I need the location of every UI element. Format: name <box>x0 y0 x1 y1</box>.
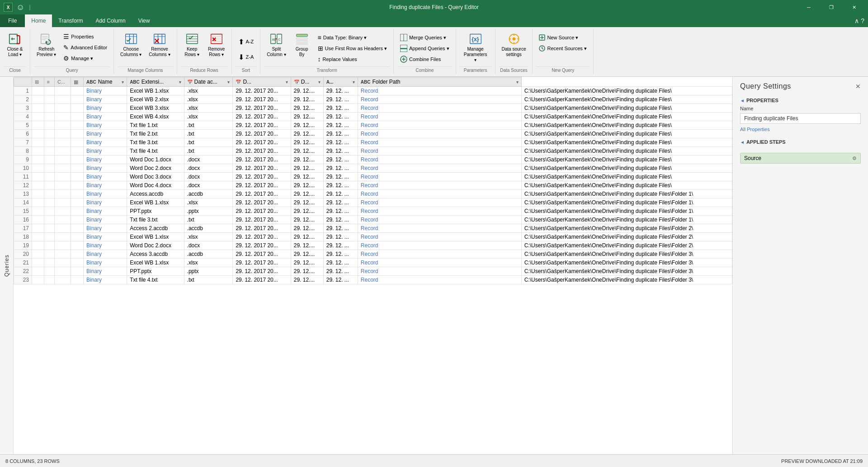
col-d1-dropdown[interactable]: ▾ <box>286 80 288 85</box>
cell-binary[interactable]: Binary <box>84 198 127 207</box>
cell-a[interactable]: Record <box>358 130 521 138</box>
col-header-icon3[interactable]: C... <box>54 77 71 87</box>
cell-binary[interactable]: Binary <box>84 156 127 164</box>
cell-a[interactable]: Record <box>358 181 521 190</box>
new-source-button[interactable]: New Source ▾ <box>536 33 589 42</box>
cell-binary[interactable]: Binary <box>84 241 127 250</box>
cell-binary[interactable]: Binary <box>84 224 127 233</box>
col-header-icon1[interactable]: ⊞ <box>32 77 44 87</box>
cell-a[interactable]: Record <box>358 207 521 216</box>
merge-queries-button[interactable]: Merge Queries ▾ <box>397 33 452 42</box>
manage-parameters-button[interactable]: {x} ManageParameters ▾ <box>460 31 491 65</box>
cell-binary[interactable]: Binary <box>84 121 127 130</box>
manage-button[interactable]: ⚙ Manage ▾ <box>61 53 110 63</box>
col-header-name[interactable]: ABC Name ▾ <box>84 77 127 87</box>
menu-transform[interactable]: Transform <box>52 14 89 27</box>
all-properties-link[interactable]: All Properties <box>740 127 861 132</box>
remove-rows-button[interactable]: RemoveRows ▾ <box>205 31 228 65</box>
col-name-dropdown[interactable]: ▾ <box>122 80 124 85</box>
col-ext-dropdown[interactable]: ▾ <box>179 80 181 85</box>
cell-binary[interactable]: Binary <box>84 190 127 198</box>
col-header-d2[interactable]: 📅 D... ▾ <box>291 77 323 87</box>
cell-binary[interactable]: Binary <box>84 164 127 173</box>
cell-a[interactable]: Record <box>358 224 521 233</box>
name-input[interactable] <box>740 113 861 124</box>
col-header-d1[interactable]: 📅 D... ▾ <box>233 77 291 87</box>
close-button[interactable]: ✕ <box>844 0 864 14</box>
advanced-editor-button[interactable]: ✎ Advanced Editor <box>61 42 110 52</box>
cell-binary[interactable]: Binary <box>84 173 127 181</box>
cell-a[interactable]: Record <box>358 87 521 95</box>
cell-binary[interactable]: Binary <box>84 130 127 138</box>
group-by-button[interactable]: GroupBy <box>291 31 313 65</box>
cell-a[interactable]: Record <box>358 147 521 156</box>
cell-a[interactable]: Record <box>358 156 521 164</box>
cell-binary[interactable]: Binary <box>84 181 127 190</box>
cell-a[interactable]: Record <box>358 241 521 250</box>
properties-button[interactable]: ☰ Properties <box>61 32 110 42</box>
cell-a[interactable]: Record <box>358 164 521 173</box>
step-source[interactable]: Source ⚙ <box>740 153 861 164</box>
data-type-button[interactable]: ≡ Data Type: Binary ▾ <box>315 33 390 42</box>
cell-binary[interactable]: Binary <box>84 104 127 113</box>
choose-columns-button[interactable]: ChooseColumns ▾ <box>118 31 144 65</box>
cell-binary[interactable]: Binary <box>84 113 127 121</box>
ribbon-collapse-button[interactable]: ∧ <box>854 17 859 24</box>
cell-binary[interactable]: Binary <box>84 95 127 104</box>
col-dateacc-dropdown[interactable]: ▾ <box>227 80 230 85</box>
close-load-button[interactable]: Close &Load ▾ <box>4 31 26 65</box>
sort-desc-button[interactable]: ⬇Z-A <box>236 50 257 64</box>
remove-columns-button[interactable]: RemoveColumns ▾ <box>146 31 173 65</box>
append-queries-button[interactable]: Append Queries ▾ <box>397 43 452 53</box>
menu-home[interactable]: Home <box>25 14 52 27</box>
data-source-settings-button[interactable]: Data sourcesettings <box>499 31 529 65</box>
cell-a[interactable]: Record <box>358 267 521 276</box>
cell-a[interactable]: Record <box>358 104 521 113</box>
help-button[interactable]: ? <box>861 17 864 24</box>
minimize-button[interactable]: ─ <box>798 0 819 14</box>
cell-binary[interactable]: Binary <box>84 267 127 276</box>
cell-a[interactable]: Record <box>358 198 521 207</box>
cell-binary[interactable]: Binary <box>84 250 127 259</box>
menu-add-column[interactable]: Add Column <box>90 14 132 27</box>
cell-a[interactable]: Record <box>358 259 521 267</box>
cell-a[interactable]: Record <box>358 216 521 224</box>
cell-binary[interactable]: Binary <box>84 216 127 224</box>
refresh-preview-button[interactable]: RefreshPreview ▾ <box>34 31 59 65</box>
menu-file[interactable]: File <box>0 14 25 27</box>
use-first-row-button[interactable]: ⊞ Use First Row as Headers ▾ <box>315 43 390 53</box>
cell-a[interactable]: Record <box>358 121 521 130</box>
replace-values-button[interactable]: ↕ Replace Values <box>315 54 390 64</box>
menu-view[interactable]: View <box>132 14 156 27</box>
combine-files-button[interactable]: Combine Files <box>397 54 452 64</box>
col-a-dropdown[interactable]: ▾ <box>353 80 355 85</box>
cell-a[interactable]: Record <box>358 233 521 241</box>
step-source-gear[interactable]: ⚙ <box>852 156 857 161</box>
col-header-icon4[interactable]: ▦ <box>71 77 84 87</box>
keep-rows-button[interactable]: KeepRows ▾ <box>181 31 203 65</box>
query-settings-close-button[interactable]: ✕ <box>855 83 861 90</box>
maximize-button[interactable]: ❐ <box>821 0 842 14</box>
cell-a[interactable]: Record <box>358 173 521 181</box>
recent-sources-button[interactable]: Recent Sources ▾ <box>536 43 589 53</box>
cell-binary[interactable]: Binary <box>84 138 127 147</box>
cell-a[interactable]: Record <box>358 95 521 104</box>
cell-a[interactable]: Record <box>358 138 521 147</box>
col-header-extension[interactable]: ABC Extensi... ▾ <box>127 77 184 87</box>
cell-a[interactable]: Record <box>358 276 521 284</box>
col-header-folderpath[interactable]: ABC Folder Path ▾ <box>358 77 521 87</box>
cell-binary[interactable]: Binary <box>84 147 127 156</box>
cell-binary[interactable]: Binary <box>84 207 127 216</box>
cell-a[interactable]: Record <box>358 113 521 121</box>
cell-binary[interactable]: Binary <box>84 276 127 284</box>
cell-binary[interactable]: Binary <box>84 259 127 267</box>
split-column-button[interactable]: AB C SplitColumn ▾ <box>264 31 288 65</box>
col-path-dropdown[interactable]: ▾ <box>516 80 519 85</box>
sort-asc-button[interactable]: ⬆A-Z <box>236 34 257 49</box>
col-header-dateacc[interactable]: 📅 Date ac... ▾ <box>184 77 233 87</box>
data-area[interactable]: ⊞ ≡ C... ▦ ABC Name ▾ ABC Ex <box>14 77 732 454</box>
col-header-icon2[interactable]: ≡ <box>44 77 54 87</box>
queries-sidebar[interactable]: Queries <box>0 77 14 454</box>
cell-a[interactable]: Record <box>358 190 521 198</box>
cell-a[interactable]: Record <box>358 250 521 259</box>
